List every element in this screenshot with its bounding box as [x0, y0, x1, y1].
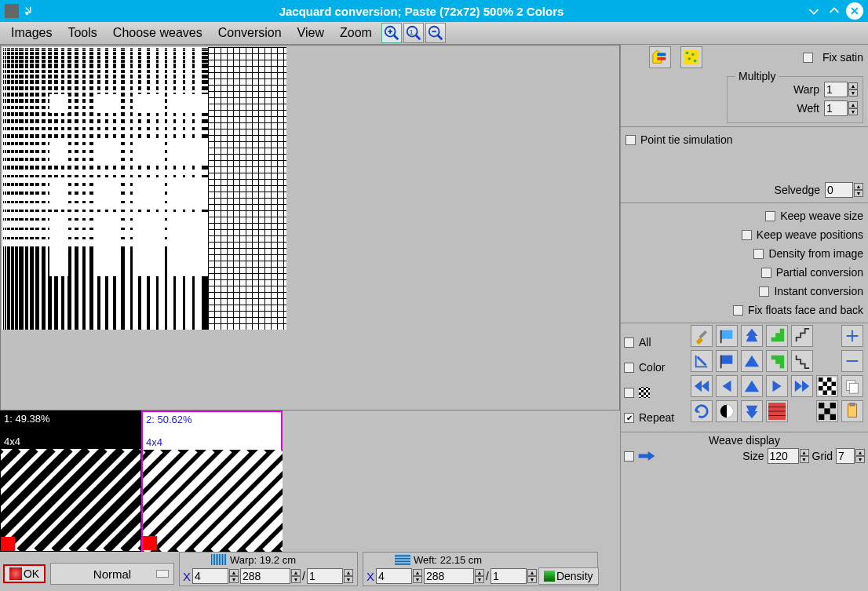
- swatch-1[interactable]: 1: 49.38%4x4: [0, 410, 141, 552]
- open-palette-button[interactable]: [649, 46, 671, 68]
- wd-size-input[interactable]: [768, 448, 799, 464]
- svg-point-17: [694, 60, 697, 63]
- stairs-diag2-icon[interactable]: [791, 350, 813, 372]
- all-check[interactable]: [624, 337, 634, 348]
- repeat-check[interactable]: [624, 413, 634, 423]
- warp-of-input[interactable]: [307, 568, 343, 584]
- svg-rect-42: [824, 408, 830, 414]
- pin-icon[interactable]: [24, 5, 35, 16]
- copy-icon[interactable]: [841, 375, 863, 397]
- arrow-right-icon[interactable]: [637, 450, 656, 462]
- minimize-button[interactable]: [805, 2, 822, 20]
- keep-pos-check[interactable]: [742, 230, 752, 240]
- swatch-2[interactable]: 2: 50.62%4x4: [141, 410, 283, 552]
- zoom-reset-button[interactable]: 1: [403, 23, 424, 43]
- svg-rect-28: [819, 386, 823, 391]
- fix-floats-check[interactable]: [733, 305, 743, 316]
- maximize-button[interactable]: [826, 2, 843, 20]
- swatch1-size: 4x4: [4, 436, 137, 447]
- mult-weft-input[interactable]: [824, 100, 848, 116]
- color-check[interactable]: [624, 363, 634, 373]
- next-icon[interactable]: [766, 375, 788, 397]
- contrast-icon[interactable]: [716, 400, 738, 422]
- keep-size-label: Keep weave size: [780, 210, 863, 222]
- swatch2-size: 4x4: [146, 436, 278, 448]
- instant-label: Instant conversion: [774, 285, 863, 297]
- plus-icon[interactable]: [841, 325, 863, 347]
- swatch1-marker: [1, 537, 15, 551]
- stairs-down-icon[interactable]: [766, 350, 788, 372]
- instant-check[interactable]: [759, 286, 769, 297]
- svg-rect-19: [721, 330, 733, 339]
- keep-size-check[interactable]: [765, 211, 775, 221]
- ok-button[interactable]: OK: [3, 564, 46, 583]
- tree-up-icon[interactable]: [741, 325, 763, 347]
- warp-of-spin[interactable]: ▲▼: [344, 569, 353, 583]
- tree-down-icon[interactable]: [741, 400, 763, 422]
- triangle-up-icon[interactable]: [741, 350, 763, 372]
- warp-x-label: X: [183, 570, 191, 583]
- weft-total-input[interactable]: [424, 568, 474, 584]
- svg-rect-24: [819, 378, 823, 382]
- flag2-icon[interactable]: [716, 350, 738, 372]
- fix-satin-check[interactable]: [803, 53, 813, 63]
- swatch1-pct: 1: 49.38%: [4, 413, 137, 425]
- menu-conversion[interactable]: Conversion: [210, 24, 290, 42]
- warp-total-spin[interactable]: ▲▼: [291, 569, 301, 583]
- warp-group: Warp: 19.2 cm X ▲▼ ▲▼ / ▲▼: [179, 552, 358, 586]
- warp-x-spin[interactable]: ▲▼: [229, 569, 239, 583]
- flag-icon[interactable]: [716, 325, 738, 347]
- canvas-area[interactable]: [0, 45, 620, 410]
- density-button[interactable]: Density: [538, 567, 599, 585]
- minus-icon[interactable]: [841, 350, 863, 372]
- selvedge-input[interactable]: [825, 182, 853, 198]
- close-button[interactable]: ✕: [846, 2, 863, 20]
- stairs-up-icon[interactable]: [766, 325, 788, 347]
- svg-point-16: [687, 57, 691, 60]
- svg-rect-11: [657, 53, 666, 57]
- wd-size-label: Size: [742, 450, 764, 462]
- dropdown-icon[interactable]: [156, 570, 169, 578]
- menu-zoom[interactable]: Zoom: [332, 24, 380, 42]
- weft-group: Weft: 22.15 cm X ▲▼ ▲▼ / ▲▼ Density: [363, 552, 598, 586]
- ffwd-icon[interactable]: [791, 375, 813, 397]
- menu-images[interactable]: Images: [3, 24, 60, 42]
- svg-rect-26: [823, 382, 828, 387]
- texture-icon[interactable]: [766, 400, 788, 422]
- menu-view[interactable]: View: [290, 24, 332, 42]
- grid-check[interactable]: [624, 388, 634, 398]
- svg-rect-12: [657, 57, 666, 60]
- refresh-icon[interactable]: [691, 400, 713, 422]
- mult-warp-input[interactable]: [824, 82, 848, 97]
- weave-pattern[interactable]: [2, 47, 286, 330]
- point-tie-check[interactable]: [625, 135, 636, 145]
- wd-grid-input[interactable]: [836, 448, 855, 464]
- warp-total-input[interactable]: [240, 568, 290, 584]
- partial-check[interactable]: [761, 268, 771, 278]
- normal-button[interactable]: Normal: [50, 563, 174, 585]
- weft-x-input[interactable]: [376, 568, 412, 584]
- warp-x-input[interactable]: [192, 568, 228, 584]
- selvedge-label: Selvedge: [775, 184, 820, 196]
- weft-of-input[interactable]: [491, 568, 527, 584]
- wd-check[interactable]: [624, 451, 634, 461]
- mult-weft-label: Weft: [797, 102, 819, 115]
- menu-choose-weaves[interactable]: Choose weaves: [105, 24, 210, 42]
- stairs-diag-icon[interactable]: [791, 325, 813, 347]
- pattern-library-button[interactable]: [680, 46, 702, 68]
- svg-rect-18: [699, 330, 707, 338]
- paste-icon[interactable]: [841, 400, 863, 422]
- checker2-icon[interactable]: [816, 400, 838, 422]
- triangle-up2-icon[interactable]: [741, 375, 763, 397]
- zoom-out-button[interactable]: [425, 23, 446, 43]
- checker-icon[interactable]: [816, 375, 838, 397]
- keep-pos-label: Keep weave positions: [757, 228, 863, 241]
- rewind-icon[interactable]: [691, 375, 713, 397]
- menu-tools[interactable]: Tools: [60, 24, 104, 42]
- prev-icon[interactable]: [716, 375, 738, 397]
- resize-icon[interactable]: [691, 350, 713, 372]
- brush-icon[interactable]: [691, 325, 713, 347]
- svg-rect-40: [819, 403, 824, 408]
- dens-img-check[interactable]: [753, 249, 764, 259]
- zoom-in-button[interactable]: [381, 23, 402, 43]
